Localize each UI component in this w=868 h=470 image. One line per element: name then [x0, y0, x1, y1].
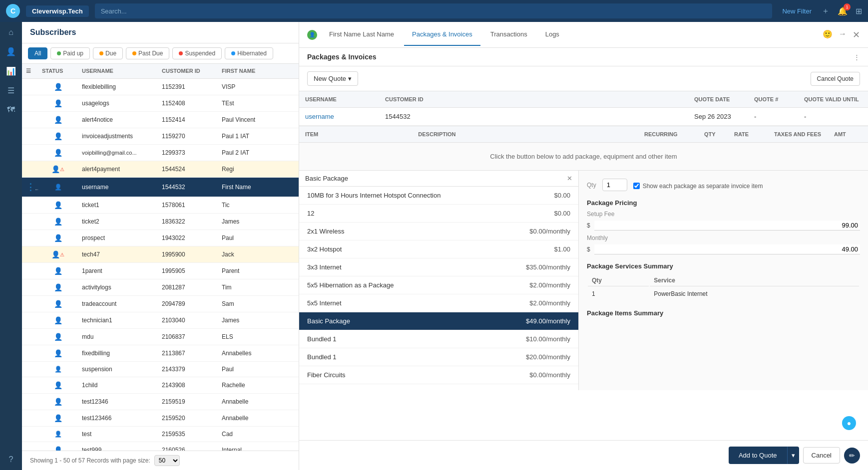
- sidebar-menu-icon[interactable]: ☰: [7, 86, 14, 95]
- notification-icon[interactable]: 🔔 1: [838, 6, 848, 16]
- monthly-input[interactable]: [594, 244, 860, 254]
- package-list-item[interactable]: Internet for Archived Users $0.00/monthl…: [299, 384, 578, 390]
- setup-fee-input[interactable]: [594, 221, 860, 231]
- table-row[interactable]: 👤 invoiceadjustments 1159270 Paul 1 IAT: [22, 128, 299, 145]
- more-options-icon[interactable]: ⋮: [854, 53, 860, 61]
- package-list-item[interactable]: 2x1 Wireless $0.00/monthly: [299, 223, 578, 240]
- package-name: 5x5 Hibernation as a Package: [307, 281, 394, 289]
- table-row[interactable]: 👤 1child 2143908 Rachelle: [22, 377, 299, 394]
- dot-pastdue: [132, 51, 136, 55]
- cancel-quote-button[interactable]: Cancel Quote: [811, 72, 860, 86]
- username-cell: ticket1: [78, 198, 158, 213]
- row-menu-cell: [22, 414, 38, 422]
- package-list-item[interactable]: 5x5 Hibernation as a Package $2.00/month…: [299, 276, 578, 294]
- package-search-close-icon[interactable]: ✕: [567, 175, 572, 182]
- package-search-input[interactable]: [305, 175, 567, 182]
- dot-hibernated: [231, 51, 235, 55]
- sidebar-help-icon[interactable]: ?: [9, 455, 13, 464]
- cancel-button[interactable]: Cancel: [803, 447, 840, 464]
- package-list-item[interactable]: 3x3 Internet $35.00/monthly: [299, 258, 578, 276]
- add-icon[interactable]: ＋: [822, 6, 830, 16]
- items-table-header: Item Description Recurring Qty Rate Taxe…: [299, 126, 868, 143]
- table-row[interactable]: 👤 ⚠ tech47 1995900 Jack: [22, 246, 299, 263]
- sidebar-users-icon[interactable]: 👤: [6, 47, 16, 56]
- table-row[interactable]: 👤 fixedbilling 2113867 Annabelles: [22, 345, 299, 362]
- status-cell: 👤 ⚠: [38, 246, 78, 262]
- col-firstname: First Name: [218, 68, 299, 74]
- sidebar-chart-icon[interactable]: 📊: [6, 66, 16, 76]
- status-cell: 👤: [38, 197, 78, 213]
- status-cell: 👤: [38, 112, 78, 128]
- tab-customer-name[interactable]: First Name Last Name: [321, 23, 402, 46]
- filter-tab-pastdue[interactable]: Past Due: [126, 47, 169, 59]
- package-list-item-selected[interactable]: Basic Package $49.00/monthly: [299, 312, 578, 330]
- person-icon: 👤: [54, 349, 62, 357]
- table-row[interactable]: 👤 mdu 2106837 ELS: [22, 329, 299, 345]
- package-list-item[interactable]: 12 $0.00: [299, 205, 578, 223]
- brand-name[interactable]: Cleverwisp.Tech: [26, 5, 89, 17]
- add-to-quote-dropdown-button[interactable]: ▾: [787, 447, 799, 464]
- qty-input[interactable]: [602, 179, 627, 191]
- table-row[interactable]: 👤 1parent 1995905 Parent: [22, 263, 299, 279]
- filter-tab-due[interactable]: Due: [93, 47, 123, 59]
- table-row[interactable]: 👤 activitylogs 2081287 Tim: [22, 279, 299, 296]
- table-row[interactable]: 👤 suspension 2143379 Paul: [22, 362, 299, 377]
- sidebar-map-icon[interactable]: 🗺: [7, 105, 15, 114]
- package-list-item[interactable]: 5x5 Internet $2.00/monthly: [299, 294, 578, 312]
- filter-tab-all[interactable]: All: [28, 47, 47, 59]
- package-name: 10MB for 3 Hours Internet Hotspot Connec…: [307, 192, 440, 199]
- emoji-icon[interactable]: 🙂: [823, 29, 833, 40]
- add-to-quote-button[interactable]: Add to Quote: [729, 447, 787, 464]
- packages-header-section: Packages & Invoices ⋮: [299, 48, 868, 66]
- separate-invoice-checkbox[interactable]: [633, 183, 640, 189]
- table-row[interactable]: 👤 ⚠ alert4payment 1544524 Regi: [22, 161, 299, 178]
- table-row[interactable]: 👤 test999 2160526 Internal: [22, 442, 299, 451]
- person-icon: 👤: [54, 316, 62, 324]
- quote-username-cell[interactable]: username: [299, 108, 379, 125]
- edit-icon[interactable]: ✏: [844, 448, 860, 464]
- row-menu-cell: [22, 83, 38, 91]
- table-row[interactable]: 👤 prospect 1943022 Paul: [22, 230, 299, 246]
- table-row[interactable]: 👤 voipbilling@gmail.co... 1299373 Paul 2…: [22, 145, 299, 161]
- table-row[interactable]: 👤 tradeaccount 2094789 Sam: [22, 296, 299, 312]
- package-list-item[interactable]: 3x2 Hotspot $1.00: [299, 240, 578, 258]
- add-to-quote-group: Add to Quote ▾: [729, 447, 799, 464]
- search-input[interactable]: [95, 3, 773, 18]
- separate-invoice-label: Show each package as separate invoice it…: [643, 183, 763, 190]
- grid-icon[interactable]: ⊞: [856, 6, 862, 16]
- firstname-cell: Paul: [218, 362, 299, 377]
- filter-tab-paidup[interactable]: Paid up: [50, 47, 90, 59]
- package-search-bar: ✕: [299, 171, 578, 187]
- tab-packages-invoices[interactable]: Packages & Invoices: [404, 23, 480, 46]
- filter-tab-suspended[interactable]: Suspended: [172, 47, 222, 59]
- firstname-cell: First Name: [218, 180, 299, 195]
- table-row[interactable]: 👤 test 2159535 Cad: [22, 427, 299, 442]
- row-dots-icon[interactable]: ⋮: [26, 182, 38, 192]
- table-row[interactable]: 👤 alert4notice 1152414 Paul Vincent: [22, 112, 299, 128]
- close-icon[interactable]: ✕: [853, 29, 860, 40]
- items-col-amt: Amt: [828, 126, 868, 142]
- table-row[interactable]: 👤 technician1 2103040 James: [22, 312, 299, 329]
- customerid-cell: 1544532: [158, 180, 218, 195]
- page-size-select[interactable]: 50 25 100: [154, 455, 180, 466]
- tab-logs[interactable]: Logs: [537, 23, 567, 46]
- package-list-item[interactable]: Bundled 1 $20.00/monthly: [299, 348, 578, 366]
- package-list-item[interactable]: 10MB for 3 Hours Internet Hotspot Connec…: [299, 187, 578, 205]
- package-list-item[interactable]: Bundled 1 $10.00/monthly: [299, 330, 578, 348]
- new-filter-button[interactable]: New Filter: [778, 5, 816, 17]
- table-row[interactable]: 👤 test12346 2159519 Annabelle: [22, 394, 299, 410]
- table-row[interactable]: 👤 ticket1 1578061 Tic: [22, 197, 299, 214]
- sidebar-home-icon[interactable]: ⌂: [8, 28, 13, 37]
- tab-transactions[interactable]: Transactions: [482, 23, 535, 46]
- table-row[interactable]: 👤 usagelogs 1152408 TEst: [22, 95, 299, 112]
- forward-icon[interactable]: →: [839, 29, 847, 40]
- table-row-selected[interactable]: ⋮ 👤 username 1544532 First Name: [22, 178, 299, 197]
- table-row[interactable]: 👤 ticket2 1836322 James: [22, 214, 299, 230]
- table-row[interactable]: 👤 flexiblebilling 1152391 VISP: [22, 79, 299, 95]
- customerid-cell: 2143379: [158, 362, 218, 377]
- status-cell: 👤: [38, 410, 78, 426]
- package-list-item[interactable]: Fiber Circuits $0.00/monthly: [299, 366, 578, 384]
- new-quote-button[interactable]: New Quote ▾: [307, 71, 358, 86]
- table-row[interactable]: 👤 test123466 2159520 Annabelle: [22, 410, 299, 427]
- filter-tab-hibernated[interactable]: Hibernated: [225, 47, 273, 59]
